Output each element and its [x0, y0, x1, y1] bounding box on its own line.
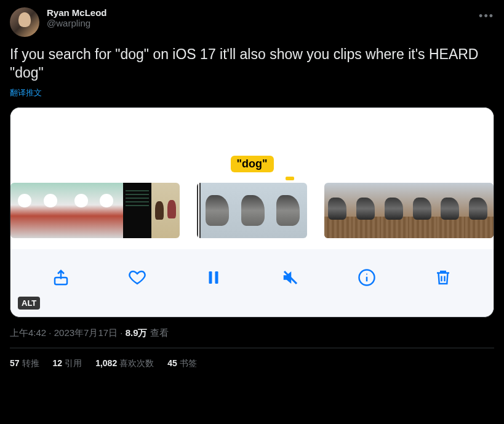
clip-gap [307, 183, 324, 238]
search-term-label: "dog" [230, 156, 273, 172]
clip-frame [39, 183, 67, 238]
media-preview-top: "dog" [10, 108, 494, 172]
views-count: 8.9万 [126, 327, 148, 338]
video-timeline[interactable] [10, 183, 494, 238]
clip-frame [271, 183, 307, 238]
heart-icon[interactable] [126, 266, 148, 289]
tweet-header: Ryan McLeod @warpling ••• [10, 7, 494, 37]
clip-frame [201, 183, 236, 238]
svg-rect-1 [209, 271, 212, 284]
info-icon[interactable] [356, 266, 378, 289]
media-card[interactable]: "dog" [10, 107, 494, 318]
clip-frame [151, 183, 180, 238]
handle[interactable]: @warpling [47, 18, 107, 28]
clip-frame [95, 183, 123, 238]
tweet-text: If you search for "dog" on iOS 17 it'll … [10, 46, 494, 82]
tweet-date[interactable]: 2023年7月17日 [54, 327, 118, 338]
alt-badge[interactable]: ALT [18, 297, 40, 310]
svg-rect-2 [215, 271, 218, 284]
clip-group[interactable] [324, 183, 494, 238]
clip-frame [465, 183, 494, 238]
tweet-time[interactable]: 上午4:42 [10, 327, 46, 338]
likes-stat[interactable]: 1,082喜欢次数 [95, 358, 154, 369]
display-name[interactable]: Ryan McLeod [47, 7, 107, 18]
mute-icon[interactable] [279, 266, 302, 289]
clip-group[interactable] [10, 183, 180, 238]
retweets-stat[interactable]: 57转推 [10, 358, 39, 369]
clip-frame [353, 183, 381, 238]
clip-frame [67, 183, 95, 238]
quotes-stat[interactable]: 12引用 [53, 358, 82, 369]
trash-icon[interactable] [432, 266, 454, 289]
clip-frame [123, 183, 151, 238]
clip-frame [381, 183, 409, 238]
clip-frame [236, 183, 272, 238]
clip-frame [409, 183, 438, 238]
tweet-container: Ryan McLeod @warpling ••• If you search … [0, 0, 504, 377]
user-info: Ryan McLeod @warpling [47, 7, 107, 28]
search-term-marker [286, 177, 294, 180]
clip-frame [10, 183, 39, 238]
more-icon[interactable]: ••• [479, 10, 494, 23]
meta-row: 上午4:42 · 2023年7月17日 · 8.9万 查看 [10, 327, 494, 339]
pause-icon[interactable] [202, 266, 225, 289]
clip-group[interactable] [197, 183, 307, 238]
avatar[interactable] [10, 7, 39, 37]
clip-frame [324, 183, 353, 238]
bookmarks-stat[interactable]: 45书签 [167, 358, 197, 369]
media-toolbar [10, 249, 494, 317]
stats-row: 57转推 12引用 1,082喜欢次数 45书签 [10, 348, 494, 369]
share-icon[interactable] [50, 266, 72, 289]
clip-frame [437, 183, 465, 238]
clip-gap [180, 183, 197, 238]
translate-link[interactable]: 翻译推文 [10, 87, 42, 98]
svg-point-5 [366, 273, 367, 274]
views-label: 查看 [148, 327, 169, 338]
